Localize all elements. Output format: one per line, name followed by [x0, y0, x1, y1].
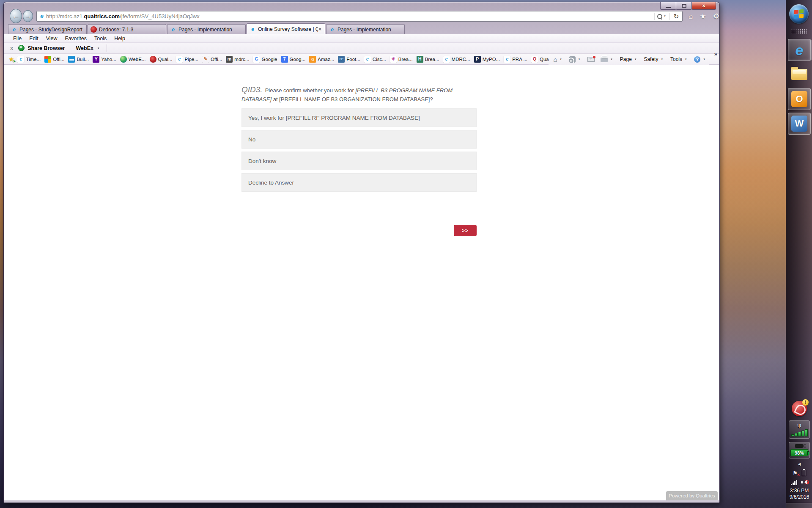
minimize-button[interactable] [660, 2, 676, 10]
page-menu-button[interactable]: Page▾ [618, 55, 640, 64]
taskbar-file-explorer-button[interactable] [788, 64, 811, 86]
tab-label: Pages - Implementation [337, 27, 402, 33]
favorite-item[interactable]: Qual... [150, 56, 173, 63]
favorite-item[interactable]: e PRA ... [504, 56, 527, 63]
safety-menu-button[interactable]: Safety▾ [642, 55, 667, 64]
menu-item[interactable]: File [9, 36, 25, 41]
volume-muted-icon[interactable] [801, 480, 808, 485]
menu-item[interactable]: View [42, 36, 61, 41]
action-center-icon[interactable]: ⚑× [793, 470, 798, 476]
tab[interactable]: Dedoose: 7.1.3 [88, 24, 166, 34]
favorite-item[interactable]: ✳ Brea... [390, 56, 413, 63]
favorite-item[interactable]: e MDRC... [443, 56, 470, 63]
favorite-item[interactable]: 7 Goog... [281, 56, 306, 63]
favorite-item[interactable]: ▬ Buil... [68, 56, 89, 63]
favorite-item[interactable]: e Pipe... [176, 56, 198, 63]
read-mail-button[interactable] [585, 55, 597, 64]
taskbar-internet-explorer-button[interactable]: e [788, 39, 811, 61]
power-plug-icon [795, 444, 804, 448]
favorite-icon [150, 56, 156, 63]
home-icon[interactable]: ⌂ [689, 13, 693, 20]
favorite-item[interactable]: e Time... [17, 56, 41, 63]
start-button[interactable] [789, 4, 809, 24]
favorite-item[interactable]: FP Foot... [338, 56, 360, 63]
settings-gear-icon[interactable]: ⚙ [713, 13, 719, 20]
search-icon[interactable] [657, 14, 662, 19]
favorite-icon: e [443, 56, 450, 63]
favorite-icon [44, 56, 51, 63]
favorite-item[interactable]: Offi... [44, 56, 64, 63]
tools-menu-button[interactable]: Tools▾ [668, 55, 691, 64]
favorite-icon: ▬ [68, 56, 75, 63]
divider [654, 13, 655, 20]
clock[interactable]: 3:36 PM 9/6/2016 [790, 488, 809, 500]
answer-options: Yes, I work for [PREFILL RF PROGRAM NAME… [241, 108, 477, 192]
favorite-label: PRA ... [512, 57, 527, 62]
battery-icon: 98% [790, 449, 808, 456]
answer-option[interactable]: Yes, I work for [PREFILL RF PROGRAM NAME… [241, 108, 477, 127]
show-desktop-button[interactable] [786, 503, 812, 508]
menu-item[interactable]: Tools [91, 36, 110, 41]
refresh-icon[interactable]: ↻ [674, 13, 679, 19]
favorite-icon: e [504, 56, 510, 63]
menu-item[interactable]: Favorites [61, 36, 91, 41]
url-text[interactable]: http://mdrc.az1.qualtrics.com/jfe/form/S… [46, 13, 652, 19]
answer-option-label: Don't know [248, 158, 276, 164]
help-menu-button[interactable]: ?▾ [692, 55, 709, 64]
answer-option[interactable]: Don't know [241, 152, 477, 170]
taskbar-word-button[interactable]: W [788, 113, 811, 135]
tab[interactable]: e Pages - Implementation [167, 24, 246, 34]
toolbar-overflow-icon[interactable]: » [714, 51, 717, 57]
favorite-item[interactable]: P MyPO... [474, 56, 500, 63]
notification-app-icon[interactable]: ! [792, 401, 807, 416]
favorite-item[interactable]: WebE... [120, 56, 146, 63]
show-hidden-icons-button[interactable]: ◄ [797, 462, 802, 467]
address-bar[interactable]: e http://mdrc.az1.qualtrics.com/jfe/form… [36, 11, 683, 22]
search-caret-icon[interactable]: ▾ [664, 14, 666, 18]
favorite-label: Cisc... [373, 57, 386, 62]
wireless-signal-button[interactable]: ψ [789, 420, 810, 439]
tab-close-icon[interactable]: × [318, 26, 322, 32]
forward-arrow-icon: → [25, 12, 31, 20]
webex-close-icon[interactable]: x [10, 45, 13, 51]
network-bars-icon[interactable] [791, 480, 797, 485]
feeds-button[interactable]: ▾ [567, 55, 584, 64]
share-browser-button[interactable]: Share Browser [27, 45, 65, 51]
favorite-item[interactable]: a Amaz... [309, 56, 334, 63]
favorites-star-icon[interactable]: ★ [700, 13, 706, 20]
battery-meter-icon[interactable] [802, 470, 806, 476]
menu-item[interactable]: Edit [25, 36, 42, 41]
favorite-item[interactable]: Y Yaho... [93, 56, 116, 63]
maximize-button[interactable] [676, 2, 692, 10]
tab[interactable]: e Pages - StudyDesignReport [8, 24, 87, 34]
page-favicon: e [40, 13, 44, 19]
favorite-item[interactable]: H Brea... [417, 56, 439, 63]
menu-item[interactable]: Help [110, 36, 129, 41]
favorite-icon: ✎ [202, 56, 209, 63]
home-menu-button[interactable]: ⌂▾ [551, 55, 565, 64]
close-button[interactable]: × [691, 2, 716, 10]
answer-option[interactable]: Decline to Answer [241, 173, 477, 192]
favorite-icon: 7 [281, 56, 288, 63]
back-button[interactable]: ← [10, 9, 22, 23]
add-favorite-icon[interactable]: ★➤ [8, 55, 14, 63]
forward-button[interactable]: → [23, 10, 33, 22]
powered-by-qualtrics-badge[interactable]: Powered by Qualtrics [666, 491, 718, 500]
webex-caret-icon[interactable]: ▾ [98, 47, 99, 50]
answer-option[interactable]: No [241, 130, 477, 149]
tab[interactable]: e Online Survey Software | Qu... × [247, 23, 325, 34]
favorite-label: Amaz... [318, 57, 334, 62]
navigation-bar: ← → e http://mdrc.az1.qualtrics.com/jfe/… [4, 10, 719, 22]
print-button[interactable]: ▾ [598, 55, 616, 64]
favorite-item[interactable]: ✎ Offi... [202, 56, 222, 63]
tab[interactable]: e Pages - Implementation [326, 24, 405, 34]
battery-status-button[interactable]: 98% [789, 442, 810, 458]
favorite-item[interactable]: m mdrc... [226, 56, 249, 63]
favorite-item[interactable]: e Cisc... [364, 56, 386, 63]
tab-label: Online Survey Software | Qu... [258, 26, 318, 32]
taskbar-outlook-button[interactable]: O [788, 88, 811, 110]
next-button[interactable]: >> [454, 225, 477, 236]
divider [669, 13, 670, 20]
favorite-label: Goog... [290, 57, 306, 62]
favorite-item[interactable]: G Google [253, 56, 277, 63]
